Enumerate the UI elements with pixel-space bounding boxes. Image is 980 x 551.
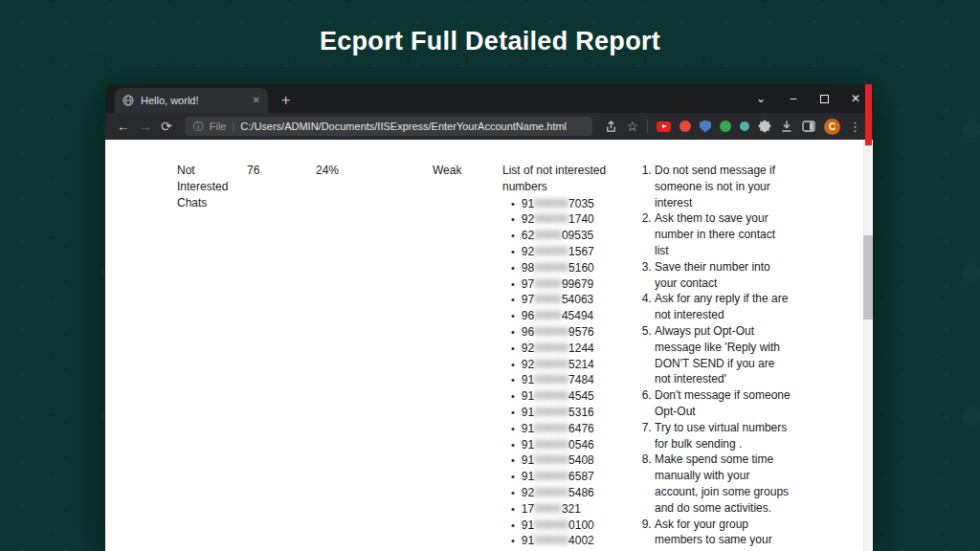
toolbar-right-icons: ☆ C ⋮ [605,119,861,135]
phone-number-item: •97000099679 [511,276,619,293]
browser-tab-strip: Hello, world! ✕ + ⌄ – ✕ [105,84,873,113]
bullet-icon: • [511,485,515,501]
phone-number-text: 96000045494 [522,308,593,324]
profile-avatar[interactable]: C [824,119,840,135]
tip-item: Ask for your group members to same your … [655,517,791,551]
phone-number-item: •92000005486 [511,485,619,501]
phone-number-item: •91000006476 [511,421,619,437]
reload-icon[interactable]: ⟳ [161,120,172,133]
toolbar-separator [647,120,648,133]
tab-title: Hello, world! [141,95,246,106]
phone-number-text: 170000321 [522,501,581,518]
window-maximize-icon[interactable] [820,95,829,103]
phone-number-item: •91000000100 [511,518,619,534]
bullet-icon: • [511,244,515,260]
tip-item: Save their number into your contact [655,259,791,292]
tip-item: Try to use virtual numbers for bulk send… [655,420,791,452]
tab-close-icon[interactable]: ✕ [253,96,260,105]
browser-tab[interactable]: Hello, world! ✕ [115,88,268,113]
numbers-title: List of not interested numbers [502,163,619,195]
window-controls: ⌄ – ✕ [755,84,861,113]
address-scheme-label: File [210,121,227,132]
phone-number-item: •91000007484 [511,372,619,388]
phone-number-item: •91000004002 [511,533,619,549]
numbers-list: •91000007035•92000001740•62000009535•920… [502,196,619,550]
phone-number-item: •91000004545 [511,388,619,405]
row-strength: Weak [433,163,461,179]
bullet-icon: • [511,388,515,405]
phone-number-text: 97000099679 [522,276,593,293]
browser-window: Hello, world! ✕ + ⌄ – ✕ ← → ⟳ ⓘ File | C… [105,84,873,551]
phone-number-text: 97000054063 [522,292,593,308]
bullet-icon: • [511,372,515,388]
address-bar[interactable]: ⓘ File | C:/Users/ADMIN/Documents/IISExp… [185,117,593,136]
back-icon[interactable]: ← [117,120,130,133]
phone-number-text: 91000005316 [522,405,594,421]
phone-number-text: 62000009535 [522,228,593,244]
phone-number-text: 91000006587 [522,469,594,485]
window-close-icon[interactable]: ✕ [850,93,861,104]
bullet-icon: • [511,501,515,518]
phone-number-item: •92000001567 [511,244,619,260]
phone-number-item: •170000321 [511,501,619,518]
phone-number-item: •91000006587 [511,469,619,485]
row-percent: 24% [316,163,339,179]
phone-number-text: 91000000100 [522,518,594,534]
window-menu-chevron-icon[interactable]: ⌄ [755,93,767,104]
bullet-icon: • [511,421,515,437]
bullet-icon: • [511,357,515,373]
phone-number-item: •97000054063 [511,292,619,308]
bullet-icon: • [511,341,515,357]
phone-number-item: •98000005160 [511,260,619,276]
bullet-icon: • [511,196,515,212]
phone-number-text: 92000001740 [522,211,594,228]
tips-list: Do not send message if someone is not in… [639,163,791,551]
red-extension-icon[interactable] [679,121,691,132]
window-minimize-icon[interactable]: – [788,93,799,104]
page-scrollbar-thumb[interactable] [863,235,873,320]
tip-item: Do not send message if someone is not in… [655,163,791,210]
phone-number-text: 92000001244 [522,341,594,357]
side-panel-icon[interactable] [802,120,815,133]
bullet-icon: • [511,260,515,276]
tip-item: Always put Opt-Out message like 'Reply w… [655,323,791,387]
bullet-icon: • [511,211,515,228]
row-label: Not Interested Chats [177,163,238,210]
phone-number-item: •91000000546 [511,437,619,453]
download-icon[interactable] [780,120,793,133]
teal-extension-icon[interactable] [740,121,749,131]
shield-extension-icon[interactable] [700,121,711,133]
browser-toolbar: ← → ⟳ ⓘ File | C:/Users/ADMIN/Documents/… [105,113,873,140]
address-url: C:/Users/ADMIN/Documents/IISExpress/Ente… [240,121,567,132]
page-info-icon[interactable]: ⓘ [193,120,204,134]
red-edge-strip [865,84,872,145]
page-title: Ecport Full Detailed Report [0,27,980,56]
green-extension-icon[interactable] [720,121,731,132]
youtube-extension-icon[interactable] [657,121,671,132]
bullet-icon: • [511,405,515,421]
phone-number-text: 91000007484 [522,372,594,388]
bookmark-star-icon[interactable]: ☆ [626,120,638,133]
phone-number-text: 91000000546 [522,437,594,453]
forward-icon[interactable]: → [139,120,152,133]
bullet-icon: • [511,292,515,308]
bullet-icon: • [511,533,515,549]
tab-favicon-icon [122,95,134,106]
share-icon[interactable] [605,121,617,133]
phone-number-text: 91000004545 [522,388,594,405]
phone-number-item: •91000007035 [511,196,619,212]
bullet-icon: • [511,324,515,341]
bullet-icon: • [511,308,515,324]
phone-number-text: 96000009576 [522,324,594,341]
page-scrollbar-track[interactable] [863,140,873,551]
new-tab-button[interactable]: + [281,93,290,108]
phone-number-item: •92000001244 [511,341,619,357]
tip-item: Ask for any reply if the are not interes… [655,291,791,323]
extensions-puzzle-icon[interactable] [758,120,771,133]
phone-number-text: 92000005486 [522,485,594,501]
menu-kebab-icon[interactable]: ⋮ [849,120,861,134]
phone-number-text: 91000005408 [522,452,594,469]
phone-number-text: 92000005214 [522,357,594,373]
bullet-icon: • [511,276,515,293]
phone-number-item: •96000009576 [511,324,619,341]
